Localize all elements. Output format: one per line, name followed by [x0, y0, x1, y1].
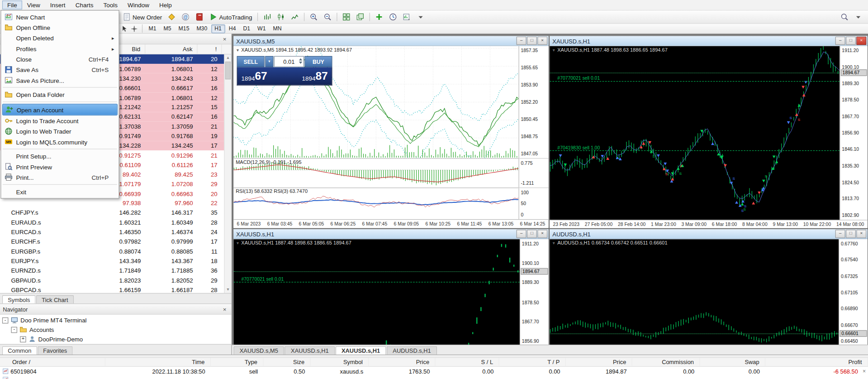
trade-level-line[interactable]: #70770021 sell 0.01 — [233, 282, 520, 283]
market-watch-row[interactable]: GBPAUD.s 1.82023 1.82052 29 — [0, 275, 231, 285]
timeframe-button[interactable]: D1 — [240, 24, 253, 33]
scroll-down-icon[interactable]: ▼ — [225, 286, 232, 293]
price-chart[interactable]: ▼AUDUSD.s,H1 0.66734 0.66742 0.66511 0.6… — [550, 239, 839, 345]
price-chart[interactable]: ▼XAUUSD.s,H1 1887.48 1898.63 1886.65 189… — [233, 239, 520, 345]
chart-candles-item[interactable] — [275, 11, 287, 23]
preview-item[interactable]: Print Preview — [2, 162, 118, 172]
metaeditor-item[interactable] — [166, 11, 178, 23]
navigator-tab[interactable]: Favorites — [38, 346, 72, 355]
autotrading-item[interactable]: AutoTrading — [207, 11, 255, 23]
close-button[interactable]: × — [537, 230, 547, 238]
zoom-in-item[interactable] — [307, 11, 320, 23]
timeframe-button[interactable]: M15 — [175, 24, 193, 33]
tree-expander-icon[interactable]: + — [20, 336, 26, 342]
navigator-item[interactable]: +DooPrime-Demo — [0, 335, 231, 344]
chart-tab[interactable]: XAUUSD.s,H1 — [335, 346, 386, 355]
menu-bar-item[interactable]: Help — [154, 0, 177, 10]
minimize-button[interactable]: – — [517, 37, 526, 45]
file-menu-item[interactable]: Exit — [2, 187, 118, 197]
order-row[interactable]: 65019804 2022.11.18 10:38:50 sell 0.50 x… — [0, 367, 868, 375]
folder-item[interactable]: Open Offline — [2, 22, 118, 33]
restore-button[interactable]: □ — [846, 230, 856, 238]
periods-item[interactable] — [386, 11, 399, 23]
restore-button[interactable]: □ — [527, 230, 537, 238]
col-commission[interactable]: Commission — [632, 358, 700, 366]
col-size[interactable]: Size — [263, 358, 310, 366]
scrollbar-thumb[interactable] — [225, 62, 231, 79]
file-menu-item[interactable]: Open Deleted ▸ — [2, 33, 118, 43]
market-watch-row[interactable]: EURCAD.s 1.46350 1.46374 24 — [0, 227, 231, 237]
timeframe-button[interactable]: M30 — [193, 24, 211, 33]
chevron-down-icon[interactable]: ▼ — [552, 48, 556, 53]
col-current-price[interactable]: Price — [566, 358, 632, 366]
chart-tab[interactable]: AUDUSD.s,H1 — [387, 346, 437, 355]
mql5-item[interactable]: M5 Login to MQL5.community — [2, 136, 118, 147]
col-tp[interactable]: T / P — [499, 358, 566, 366]
minimize-button[interactable]: – — [835, 230, 845, 238]
chart-line-item[interactable] — [288, 11, 301, 23]
menu-bar-item[interactable]: Insert — [45, 0, 71, 10]
new-order-item[interactable]: New Order — [120, 11, 164, 23]
timeframe-button[interactable]: H4 — [225, 24, 239, 33]
file-menu-item[interactable]: Close Ctrl+F4 — [2, 54, 118, 64]
timeframe-button[interactable]: M1 — [145, 24, 160, 33]
arrow-down-item[interactable] — [414, 11, 427, 23]
timeframe-button[interactable]: H1 — [211, 24, 225, 33]
menu-bar-item[interactable]: View — [22, 0, 45, 10]
chevron-down-icon[interactable]: ▼ — [236, 241, 240, 245]
col-order[interactable]: Order / — [0, 358, 105, 366]
market-watch-row[interactable]: 97.938 97.960 22 — [0, 198, 231, 208]
market-watch-tab[interactable]: Symbols — [2, 295, 36, 303]
sell-button[interactable]: SELL — [237, 56, 265, 67]
macd-pane[interactable]: MACD(12,26,9) -0.191 -1.695 — [233, 158, 518, 187]
menu-bar-item[interactable]: Window — [123, 0, 154, 10]
tree-expander-icon[interactable]: - — [2, 317, 8, 323]
close-button[interactable]: × — [537, 37, 547, 45]
col-open-price[interactable]: Price — [369, 358, 435, 366]
market-watch-row[interactable]: EURAUD.s 1.60321 1.60349 28 — [0, 217, 231, 227]
minimize-button[interactable]: – — [835, 37, 845, 45]
chevron-down-icon[interactable]: ▼ — [552, 241, 556, 245]
toolbar-overflow-button[interactable] — [852, 11, 864, 23]
template-item[interactable] — [400, 11, 413, 23]
chart-window-titlebar[interactable]: XAUUSD.s,M5 – □ × — [233, 36, 548, 46]
col-time[interactable]: Time — [105, 358, 211, 366]
navigator-caption[interactable]: Navigator × — [0, 304, 231, 314]
file-menu-item[interactable]: Print Setup... — [2, 151, 118, 161]
scrollbar[interactable]: ▲ ▼ — [224, 54, 231, 293]
timeframe-button[interactable]: M5 — [160, 24, 175, 33]
key-item[interactable]: Login to Trade Account — [2, 115, 118, 126]
buy-button[interactable]: BUY — [304, 56, 332, 67]
timeframe-button[interactable]: W1 — [254, 24, 269, 33]
price-chart[interactable]: SSSSSSSSSS ▼XAUUSD.s,H1 1887.48 1898.63 … — [550, 46, 840, 220]
folder-item[interactable]: Open Data Folder — [2, 89, 118, 100]
chart-tab[interactable]: XAUUSD.s,M5 — [233, 346, 284, 355]
file-menu-item[interactable]: Profiles ▸ — [2, 43, 118, 54]
globe-item[interactable]: Login to Web Trader — [2, 126, 118, 136]
save-item[interactable]: Save As Ctrl+S — [2, 64, 118, 75]
market-watch-row[interactable]: EURNZD.s 1.71849 1.71885 36 — [0, 266, 231, 275]
navigator-tab[interactable]: Common — [2, 346, 37, 355]
col-spread[interactable]: ! — [198, 44, 222, 54]
tree-expander-icon[interactable]: - — [11, 326, 17, 332]
picture-item[interactable]: Save As Picture... — [2, 75, 118, 85]
market-watch-row[interactable]: GBPCAD.s 1.66159 1.66187 28 — [0, 285, 231, 293]
chart-window-titlebar[interactable]: AUDUSD.s,H1 – □ × — [550, 229, 868, 239]
menu-bar-item[interactable]: Tools — [98, 0, 123, 10]
one-click-dropdown[interactable]: ▾ — [265, 56, 273, 67]
zoom-out-item[interactable] — [321, 11, 334, 23]
restore-button[interactable]: □ — [846, 37, 856, 45]
search-button[interactable] — [838, 11, 851, 23]
printer-item[interactable]: Print... Ctrl+P — [2, 172, 118, 182]
col-symbol[interactable]: Symbol — [311, 358, 369, 366]
trade-level-line[interactable]: #70770021 sell 0.01 — [550, 81, 840, 82]
market-watch-row[interactable]: CHFJPY.s 146.282 146.317 35 — [0, 208, 231, 217]
menu-bar-item[interactable]: Charts — [71, 0, 99, 10]
col-swap[interactable]: Swap — [700, 358, 765, 366]
crosshair-icon[interactable] — [130, 25, 138, 33]
navigator-item[interactable]: -Doo Prime MT4 Terminal — [0, 316, 231, 325]
order-row-partial[interactable] — [0, 375, 868, 379]
close-icon[interactable]: × — [221, 306, 228, 312]
col-sl[interactable]: S / L — [436, 358, 499, 366]
chart-window-titlebar[interactable]: XAUUSD.s,H1 – □ × — [233, 229, 548, 239]
